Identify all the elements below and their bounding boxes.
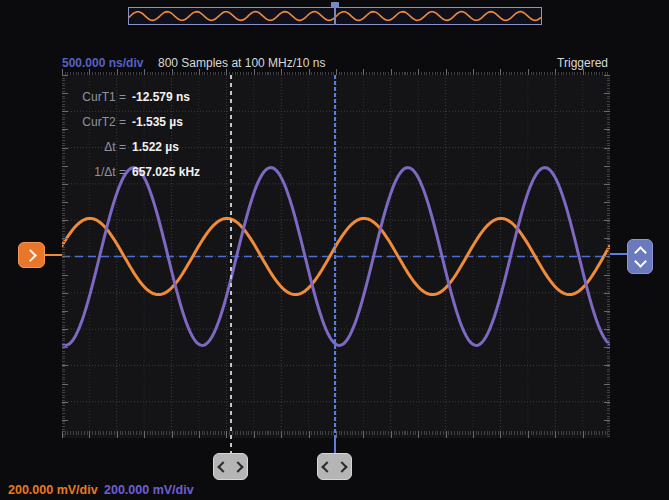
cursor-t1-handle-button[interactable]: [317, 453, 352, 480]
curt1-label: CurT1 =: [70, 90, 126, 104]
delta-t-value: 1.522 µs: [132, 140, 179, 154]
time-ruler-bottom: [62, 431, 610, 438]
channel1-offset-marker-button[interactable]: [18, 242, 45, 268]
cursor-row-dt: Δt = 1.522 µs: [70, 134, 200, 159]
inverse-delta-t-value: 657.025 kHz: [132, 165, 200, 179]
value-ruler-left: [62, 75, 68, 438]
channel2-scale-label[interactable]: 200.000 mV/div: [104, 483, 194, 497]
cursor-row-t2: CurT2 = -1.535 µs: [70, 109, 200, 134]
chevron-right-icon: [232, 461, 243, 472]
delta-t-label: Δt =: [70, 140, 126, 154]
trigger-level-button[interactable]: [627, 239, 653, 274]
cursor-row-t1: CurT1 = -12.579 ns: [70, 84, 200, 109]
samples-info-label: 800 Samples at 100 MHz/10 ns: [158, 56, 325, 70]
trigger-level-connector: [610, 253, 627, 255]
chevron-down-icon: [634, 255, 647, 268]
channel1-scale-label[interactable]: 200.000 mV/div: [8, 483, 98, 497]
trigger-position-marker-icon[interactable]: [331, 2, 339, 25]
chevron-right-icon: [336, 461, 347, 472]
curt2-label: CurT2 =: [70, 115, 126, 129]
inverse-delta-t-label: 1/Δt =: [70, 165, 126, 179]
cursor-t2-handle-button[interactable]: [213, 453, 248, 480]
curt1-value: -12.579 ns: [132, 90, 190, 104]
curt2-value: -1.535 µs: [132, 115, 183, 129]
trigger-status-label: Triggered: [557, 56, 608, 70]
value-ruler-right: [604, 75, 610, 438]
time-cursor-t1-line[interactable]: [334, 75, 336, 456]
time-cursor-t2-line[interactable]: [230, 75, 232, 456]
chevron-right-icon: [24, 249, 37, 262]
time-ruler-top[interactable]: [62, 69, 610, 75]
cursor-readout-panel: CurT1 = -12.579 ns CurT2 = -1.535 µs Δt …: [70, 84, 200, 184]
trigger-marker-stem: [334, 7, 336, 25]
timebase-label[interactable]: 500.000 ns/div: [62, 56, 143, 70]
chevron-left-icon: [217, 461, 228, 472]
cursor-row-freq: 1/Δt = 657.025 kHz: [70, 159, 200, 184]
channel1-marker-connector: [45, 254, 62, 256]
chevron-left-icon: [321, 461, 332, 472]
